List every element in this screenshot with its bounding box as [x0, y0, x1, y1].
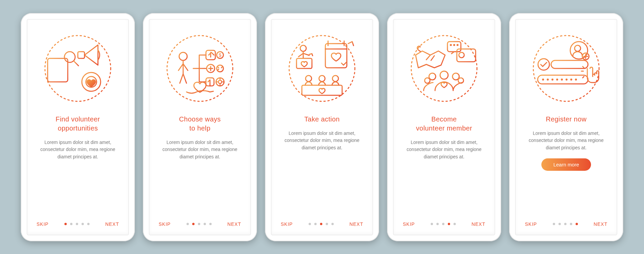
svg-point-32: [319, 75, 325, 82]
phone-mockup: Becomevolunteer member Lorem ipsum dolor…: [387, 13, 501, 241]
onboarding-nav: SKIP NEXT: [159, 221, 241, 227]
onboarding-body: Lorem ipsum dolor sit dim amet, consecte…: [160, 139, 240, 161]
svg-point-33: [332, 75, 338, 82]
svg-point-31: [306, 75, 312, 82]
dot: [448, 223, 450, 225]
svg-text:$: $: [219, 52, 221, 58]
phone-mockup: Take action Lorem ipsum dolor sit dim am…: [265, 13, 379, 241]
skip-button[interactable]: SKIP: [281, 221, 293, 227]
onboarding-screen: $ Choose waysto help Lorem ipsum dolor s…: [149, 19, 251, 235]
dot: [204, 223, 206, 225]
dot: [331, 223, 334, 225]
dot: [558, 223, 561, 225]
svg-point-26: [218, 80, 222, 84]
svg-point-63: [570, 79, 572, 81]
skip-button[interactable]: SKIP: [403, 221, 415, 227]
svg-point-45: [440, 71, 448, 79]
onboarding-body: Lorem ipsum dolor sit dim amet, consecte…: [526, 130, 606, 152]
onboarding-body: Lorem ipsum dolor sit dim amet, consecte…: [38, 139, 118, 161]
svg-point-57: [542, 79, 544, 81]
page-indicator: [553, 223, 578, 225]
dot: [82, 223, 84, 225]
dot: [431, 223, 433, 225]
onboarding-screen: Register now Lorem ipsum dolor sit dim a…: [515, 19, 617, 235]
page-indicator: [186, 223, 212, 225]
dot: [576, 223, 578, 225]
svg-point-18: [179, 52, 187, 60]
learn-more-button[interactable]: Learn more: [541, 158, 591, 171]
next-button[interactable]: NEXT: [105, 221, 119, 227]
onboarding-title: Choose waysto help: [179, 115, 221, 133]
skip-button[interactable]: SKIP: [525, 221, 537, 227]
dot: [70, 223, 72, 225]
svg-point-62: [566, 79, 568, 81]
dot: [192, 223, 195, 225]
svg-point-37: [450, 44, 452, 46]
dot: [570, 223, 572, 225]
svg-rect-40: [457, 49, 476, 62]
onboarding-nav: SKIP NEXT: [403, 221, 485, 227]
onboarding-title: Register now: [546, 115, 587, 124]
dot: [87, 223, 90, 225]
phone-mockup: $ Choose waysto help Lorem ipsum dolor s…: [143, 13, 257, 241]
dot: [198, 223, 200, 225]
onboarding-body: Lorem ipsum dolor sit dim amet, consecte…: [404, 139, 484, 161]
onboarding-title: Find volunteeropportunities: [56, 115, 100, 133]
next-button[interactable]: NEXT: [594, 221, 607, 227]
phone-mockup: Find volunteeropportunities Lorem ipsum …: [21, 13, 135, 241]
svg-rect-1: [78, 52, 85, 58]
svg-point-23: [217, 65, 223, 72]
svg-point-59: [551, 79, 553, 81]
onboarding-screen: Becomevolunteer member Lorem ipsum dolor…: [393, 19, 495, 235]
svg-point-28: [300, 45, 306, 51]
phone-mockup: Register now Lorem ipsum dolor sit dim a…: [509, 13, 623, 241]
svg-point-38: [453, 44, 455, 46]
svg-point-51: [575, 45, 581, 51]
dot: [326, 223, 328, 225]
svg-point-58: [547, 79, 549, 81]
dot: [64, 223, 67, 225]
onboarding-screen: Find volunteeropportunities Lorem ipsum …: [27, 19, 129, 235]
svg-rect-36: [447, 42, 461, 52]
next-button[interactable]: NEXT: [350, 221, 363, 227]
svg-point-35: [411, 36, 477, 101]
find-opportunities-icon: [41, 32, 115, 105]
svg-point-39: [457, 44, 459, 46]
dot: [309, 223, 311, 225]
become-member-icon: [407, 32, 481, 105]
dot: [209, 223, 212, 225]
svg-rect-30: [325, 44, 347, 68]
skip-button[interactable]: SKIP: [37, 221, 49, 227]
svg-line-10: [74, 61, 78, 66]
register-now-icon: [529, 32, 603, 105]
svg-point-64: [575, 79, 577, 81]
dot: [553, 223, 555, 225]
svg-point-61: [561, 79, 563, 81]
dot: [442, 223, 444, 225]
onboarding-body: Lorem ipsum dolor sit dim amet, consecte…: [282, 130, 362, 152]
page-indicator: [309, 223, 334, 225]
svg-point-53: [538, 59, 549, 70]
onboarding-nav: SKIP NEXT: [37, 221, 119, 227]
dot: [564, 223, 567, 225]
choose-ways-icon: $: [163, 32, 237, 105]
onboarding-title: Take action: [304, 115, 340, 124]
dot: [314, 223, 317, 225]
page-indicator: [64, 223, 90, 225]
dot: [320, 223, 322, 225]
dot: [76, 223, 78, 225]
next-button[interactable]: NEXT: [472, 221, 485, 227]
svg-point-60: [556, 79, 558, 81]
onboarding-screen: Take action Lorem ipsum dolor sit dim am…: [271, 19, 373, 235]
take-action-icon: [285, 32, 359, 105]
svg-point-0: [45, 36, 111, 101]
svg-point-41: [459, 52, 464, 58]
skip-button[interactable]: SKIP: [159, 221, 171, 227]
svg-point-47: [425, 78, 430, 83]
page-indicator: [431, 223, 456, 225]
next-button[interactable]: NEXT: [227, 221, 241, 227]
onboarding-title: Becomevolunteer member: [416, 115, 472, 133]
dot: [436, 223, 439, 225]
onboarding-nav: SKIP NEXT: [525, 221, 607, 227]
dot: [453, 223, 456, 225]
